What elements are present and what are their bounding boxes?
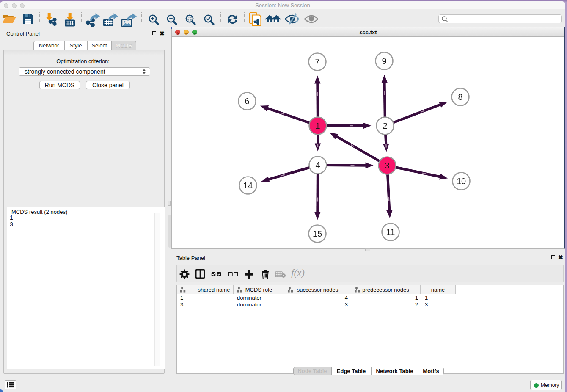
svg-text:9: 9	[382, 56, 386, 66]
svg-text:15: 15	[313, 229, 322, 238]
svg-text:8: 8	[458, 92, 462, 102]
svg-text:10: 10	[457, 177, 466, 186]
svg-text:4: 4	[315, 160, 320, 170]
svg-text:6: 6	[245, 97, 249, 106]
svg-text:7: 7	[315, 57, 319, 66]
svg-text:11: 11	[386, 227, 395, 237]
svg-text:3: 3	[385, 161, 389, 170]
svg-text:14: 14	[243, 181, 253, 190]
svg-text:2: 2	[383, 121, 387, 130]
svg-text:1: 1	[315, 121, 320, 130]
